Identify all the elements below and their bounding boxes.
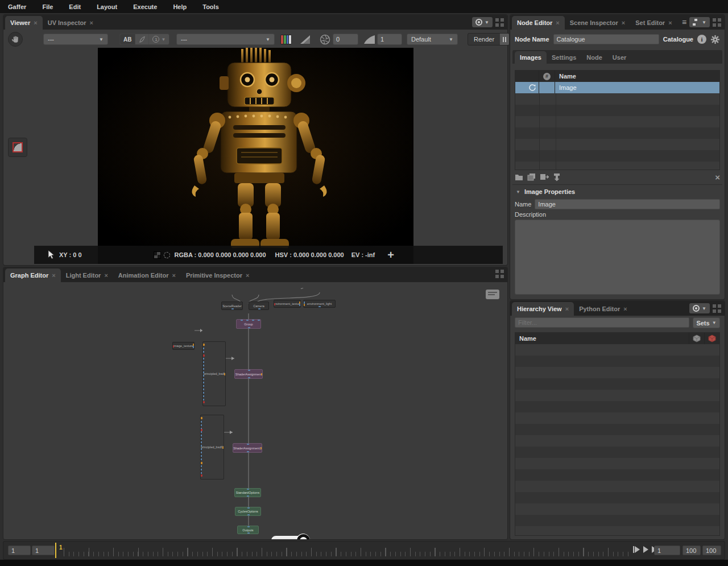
port-dot[interactable] [202, 344, 205, 346]
port-dot[interactable] [224, 373, 226, 375]
port-dot-column[interactable] [200, 418, 202, 477]
port-dot[interactable] [246, 319, 249, 321]
port-dot[interactable] [248, 369, 250, 371]
graph-node[interactable]: StandardOptions [234, 488, 261, 497]
render-button[interactable]: Render [468, 33, 510, 46]
close-icon[interactable]: × [172, 272, 175, 279]
port-dot[interactable] [200, 429, 202, 431]
graph-node[interactable]: ShaderAssignment1 [233, 443, 262, 453]
tab-scene-inspector[interactable]: Scene Inspector × [565, 16, 630, 30]
channel-selector-dropdown[interactable]: --- ▼ [176, 34, 275, 45]
port-dot[interactable] [247, 443, 249, 445]
exposure-input[interactable] [333, 34, 358, 45]
playback-start-input[interactable] [32, 546, 55, 555]
graph-node[interactable]: image_texture [172, 342, 195, 350]
menu-tools[interactable]: Tools [202, 3, 219, 10]
play-button[interactable] [643, 546, 648, 553]
close-icon[interactable]: × [556, 19, 559, 26]
layout-grid-icon[interactable] [495, 18, 504, 27]
hierarchy-tree[interactable]: Name [515, 332, 720, 536]
pin-scene-button[interactable]: ▼ [472, 17, 493, 27]
render-viewport[interactable] [98, 48, 413, 264]
port-dot[interactable] [261, 373, 263, 375]
port-dot[interactable] [231, 308, 234, 310]
port-dot[interactable] [260, 447, 262, 449]
sets-dropdown[interactable]: Sets ▼ [693, 317, 720, 328]
range-start-input[interactable] [8, 546, 31, 555]
image-properties-header[interactable]: ▼ Image Properties [512, 187, 722, 197]
tab-hierarchy-view[interactable]: Hierarchy View × [512, 302, 574, 316]
graph-node[interactable]: environment_light [303, 300, 336, 308]
current-frame-input[interactable] [654, 546, 680, 555]
menu-edit[interactable]: Edit [69, 3, 81, 10]
subtab-user[interactable]: User [607, 51, 631, 64]
port-dot[interactable] [200, 474, 202, 477]
port-dot[interactable] [202, 354, 205, 357]
port-dot[interactable] [247, 451, 249, 453]
port-dot[interactable] [303, 304, 305, 306]
rgb-channels-icon[interactable] [280, 35, 292, 44]
close-icon[interactable]: × [622, 19, 625, 26]
port-dot[interactable] [247, 514, 250, 516]
display-transform-dropdown[interactable]: Default ▼ [407, 34, 458, 45]
tab-python-editor[interactable]: Python Editor × [574, 302, 632, 316]
close-icon[interactable]: × [90, 19, 93, 26]
gamma-triangle-icon[interactable] [363, 35, 375, 44]
menu-file[interactable]: File [42, 3, 53, 10]
tab-viewer[interactable]: Viewer × [5, 16, 43, 30]
port-dot[interactable] [247, 507, 250, 509]
close-icon[interactable]: × [668, 19, 672, 26]
inclusions-cube-icon[interactable] [693, 334, 701, 342]
exposure-aperture-icon[interactable] [320, 34, 330, 45]
port-dot[interactable] [202, 401, 205, 403]
description-textarea[interactable] [515, 220, 720, 295]
port-dot[interactable] [193, 346, 195, 348]
view-selector-dropdown[interactable]: --- ▼ [43, 34, 108, 45]
tab-node-editor[interactable]: Node Editor × [512, 16, 565, 30]
menu-gaffer[interactable]: Gaffer [8, 3, 26, 10]
remove-image-icon[interactable]: × [715, 173, 720, 181]
tab-uv-inspector[interactable]: UV Inspector × [43, 16, 98, 30]
subtab-images[interactable]: Images [515, 51, 547, 64]
close-icon[interactable]: × [246, 272, 249, 279]
close-icon[interactable]: × [623, 305, 627, 312]
port-dot[interactable] [247, 495, 249, 497]
port-dot[interactable] [318, 306, 321, 308]
graph-node[interactable]: environment_texture [274, 300, 301, 308]
graph-node[interactable]: ShaderAssignment [234, 369, 263, 379]
port-dot[interactable] [200, 417, 202, 419]
property-name-input[interactable] [535, 199, 720, 209]
info-icon[interactable]: i [697, 35, 706, 44]
clipping-triangle-icon[interactable] [300, 35, 311, 44]
pause-icon[interactable] [500, 34, 509, 45]
load-image-icon[interactable] [515, 173, 523, 181]
compare-image-button[interactable]: 1 ▼ [149, 34, 169, 44]
wipe-button[interactable] [135, 34, 149, 44]
subtab-node[interactable]: Node [581, 51, 607, 64]
layout-grid-icon[interactable] [495, 270, 504, 278]
pin-scene-button[interactable]: ▼ [689, 303, 710, 313]
skip-to-start-button[interactable] [633, 546, 640, 553]
tab-light-editor[interactable]: Light Editor × [61, 268, 113, 282]
image-row-selected[interactable]: Image [515, 82, 719, 93]
port-dot[interactable] [252, 319, 254, 321]
port-dot[interactable] [258, 308, 260, 310]
layout-grid-icon[interactable] [713, 18, 721, 27]
tab-animation-editor[interactable]: Animation Editor × [113, 268, 181, 282]
gear-icon[interactable] [710, 35, 720, 44]
port-dot[interactable] [200, 462, 202, 464]
graph-node[interactable]: CyclesOptions [235, 507, 261, 516]
port-dot[interactable] [241, 319, 243, 321]
close-icon[interactable]: × [52, 272, 55, 279]
port-dot[interactable] [222, 447, 224, 449]
port-dot[interactable] [172, 345, 174, 348]
exclusions-cube-icon[interactable] [708, 334, 716, 342]
graph-node[interactable]: Group [236, 319, 261, 329]
filter-input[interactable] [515, 317, 689, 328]
export-image-icon[interactable] [540, 173, 549, 181]
gamma-input[interactable] [377, 34, 402, 45]
port-dot[interactable] [247, 488, 249, 490]
graph-node[interactable]: Camera [249, 301, 269, 310]
graph-node[interactable]: SceneReader [221, 301, 243, 310]
port-dot[interactable] [299, 304, 301, 306]
